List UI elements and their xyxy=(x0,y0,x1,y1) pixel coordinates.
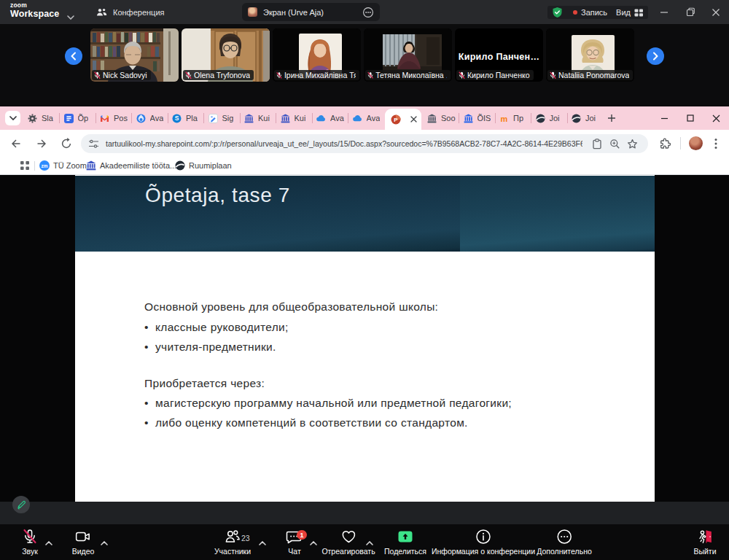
gmail-favicon xyxy=(100,114,109,123)
share-label: Поделиться xyxy=(384,547,426,556)
browser-tab-9[interactable]: Ava xyxy=(313,111,349,125)
save-clipboard-button[interactable] xyxy=(588,139,606,149)
workspace-logo-text: Workspace xyxy=(10,9,59,19)
profile-avatar[interactable] xyxy=(689,136,703,150)
extensions-icon[interactable] xyxy=(656,135,674,152)
workspace-chevron-down-icon[interactable] xyxy=(67,9,74,23)
tab-screen-share[interactable]: Экран (Urve Aja) xyxy=(242,3,380,21)
svg-text:P: P xyxy=(394,117,398,123)
browser-tab-11[interactable]: Soo xyxy=(424,111,460,125)
video-tile-olena-tryfonova[interactable]: Olena Tryfonova xyxy=(182,28,270,82)
window-restore-button[interactable] xyxy=(679,0,701,24)
browser-tab-1[interactable]: Sla xyxy=(24,111,61,125)
annotate-pencil-button[interactable] xyxy=(12,496,30,513)
camera-icon xyxy=(74,528,92,545)
browser-close-button[interactable] xyxy=(705,106,727,130)
tab-search-button[interactable] xyxy=(5,111,20,125)
tab-label: Sig xyxy=(222,114,234,122)
audio-button[interactable]: Звук xyxy=(21,528,39,556)
audio-options-chevron[interactable] xyxy=(45,535,52,548)
browser-reload-button[interactable] xyxy=(58,135,75,152)
browser-back-button[interactable] xyxy=(7,135,25,152)
participant-name: Nick Sadovyi xyxy=(103,70,147,80)
tab-label: Пр xyxy=(513,114,523,122)
mic-muted-icon xyxy=(185,71,192,79)
moodle-favicon: m xyxy=(499,114,509,123)
tab-meeting[interactable]: Конференция xyxy=(96,0,164,24)
tab-label: Ava xyxy=(330,114,344,122)
tab-label: Õp xyxy=(78,114,89,122)
browser-tab-12[interactable]: ÕIS xyxy=(460,111,496,125)
tab-label: Sla xyxy=(42,114,53,122)
pen-favicon xyxy=(208,114,218,123)
chat-options-chevron[interactable] xyxy=(310,535,317,548)
browser-tab-4[interactable]: Ava xyxy=(133,111,169,125)
browser-tab-2[interactable]: Õp xyxy=(61,111,97,125)
bookmark-label: Akadeemiliste tööta... xyxy=(100,161,176,170)
tab-options-ellipsis-icon[interactable] xyxy=(362,7,374,18)
browser-tab-active-powerpoint[interactable]: P xyxy=(385,109,421,130)
browser-tab-10[interactable]: Ava xyxy=(349,111,386,125)
browser-tab-7[interactable]: Kui xyxy=(241,111,277,125)
more-button[interactable]: Дополнительно xyxy=(537,528,592,556)
next-participants-button[interactable] xyxy=(647,47,664,65)
browser-tab-15[interactable]: Joi xyxy=(568,111,604,125)
university-favicon xyxy=(281,114,290,123)
url-text[interactable]: tartuulikool-my.sharepoint.com/:p:/r/per… xyxy=(106,139,582,148)
slide-paragraph: Основной уровень для общеобразовательной… xyxy=(144,300,438,314)
zoom-app-window: zoom Workspace Конференция Экран (Urve A… xyxy=(0,0,729,560)
view-button-label[interactable]: Вид xyxy=(616,8,631,17)
globe-favicon xyxy=(572,114,581,123)
browser-tab-14[interactable]: Joi xyxy=(532,111,569,125)
video-tile-nick-sadovyi[interactable]: Nick Sadovyi xyxy=(90,28,179,82)
site-settings-icon[interactable] xyxy=(88,139,99,149)
zoom-logo-text: zoom xyxy=(10,2,59,9)
react-options-chevron[interactable] xyxy=(366,535,373,548)
address-bar[interactable]: tartuulikool-my.sharepoint.com/:p:/r/per… xyxy=(81,134,648,153)
browser-tab-3[interactable]: Pos xyxy=(96,111,133,125)
slide-paragraph: Приобретается через: xyxy=(144,377,265,390)
participant-name: Ірина Михайлівна Тя… xyxy=(284,70,356,80)
nametag: Nick Sadovyi xyxy=(92,70,151,80)
gallery-view-icon[interactable] xyxy=(634,9,644,17)
participants-options-chevron[interactable] xyxy=(259,535,266,548)
new-tab-button[interactable] xyxy=(604,111,619,125)
video-tile-nataliia[interactable]: Nataliia Ponomarova xyxy=(546,28,634,82)
info-label: Информация о конференции xyxy=(432,547,535,556)
video-tile-kyrylo[interactable]: Кирило Панчен… Кирило Панченко xyxy=(455,28,543,82)
video-button[interactable]: Видео xyxy=(72,528,95,556)
meeting-info-button[interactable]: Информация о конференции xyxy=(432,528,535,556)
leave-button[interactable]: Выйти xyxy=(693,528,716,556)
bookmark-ruumiplaan[interactable]: Ruumiplaan xyxy=(175,157,232,174)
video-tile-tetiana[interactable]: Тетяна Миколаївна … xyxy=(364,28,452,82)
zoom-favicon: zm xyxy=(39,160,50,171)
bookmark-tu-zoom[interactable]: zm TÜ Zoom xyxy=(39,157,87,174)
participant-name: Nataliia Ponomarova xyxy=(558,70,629,80)
browser-forward-button[interactable] xyxy=(33,135,50,152)
browser-menu-kebab-icon[interactable] xyxy=(707,135,725,152)
zoom-page-button[interactable] xyxy=(606,139,623,149)
browser-minimize-button[interactable] xyxy=(653,106,675,130)
bookmark-akadeemiliste[interactable]: Akadeemiliste tööta... xyxy=(86,157,176,174)
share-screen-button[interactable]: Поделиться xyxy=(384,528,426,556)
video-label: Видео xyxy=(72,547,95,556)
zoom-titlebar: zoom Workspace Конференция Экран (Urve A… xyxy=(0,0,729,24)
security-shield-icon[interactable] xyxy=(552,7,563,18)
video-tile-iryna[interactable]: Ірина Михайлівна Тя… xyxy=(273,28,361,82)
browser-maximize-button[interactable] xyxy=(679,106,701,130)
bookmark-star-button[interactable] xyxy=(623,139,641,149)
browser-tab-8[interactable]: Kui xyxy=(277,111,313,125)
previous-participants-button[interactable] xyxy=(65,47,82,65)
window-close-button[interactable] xyxy=(705,0,727,24)
slide-bullet: •магистерскую программу начальной или пр… xyxy=(144,397,512,410)
university-favicon xyxy=(86,160,96,171)
share-screen-icon xyxy=(397,528,414,545)
video-options-chevron[interactable] xyxy=(101,535,108,548)
browser-tab-6[interactable]: Sig xyxy=(205,111,241,125)
window-minimize-button[interactable] xyxy=(653,0,675,24)
tab-close-icon[interactable] xyxy=(410,116,417,122)
browser-tab-5[interactable]: S Pla xyxy=(168,111,205,125)
browser-tab-13[interactable]: m Пр xyxy=(496,111,532,125)
slide-header-gradient-right xyxy=(460,176,655,252)
apps-grid-icon[interactable] xyxy=(20,157,30,174)
